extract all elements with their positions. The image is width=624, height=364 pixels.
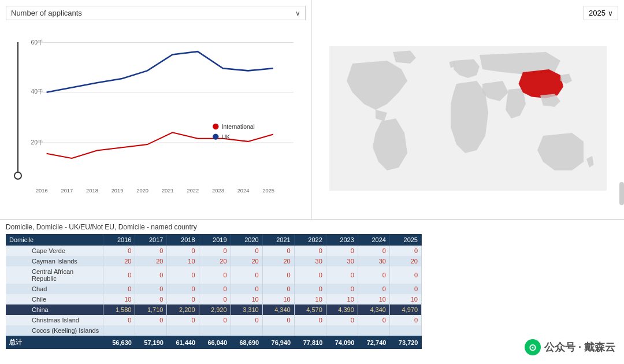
cell-value-1: 0 <box>135 246 167 256</box>
footer-2021: 76,940 <box>262 336 294 349</box>
year-chevron-icon: ∨ <box>608 9 613 17</box>
international-line <box>47 132 273 158</box>
cell-value-4: 0 <box>231 315 262 325</box>
cell-value-8: 30 <box>358 256 389 266</box>
cell-value-7: 4,390 <box>326 304 358 315</box>
col-header-2018: 2018 <box>167 234 199 246</box>
footer-2018: 61,440 <box>167 336 199 349</box>
cell-value-7: 0 <box>326 266 358 284</box>
cell-value-6: 0 <box>294 284 326 294</box>
cell-value-7: 10 <box>326 294 358 304</box>
footer-2016: 56,630 <box>103 336 135 349</box>
cell-value-3: 0 <box>199 246 231 256</box>
cell-value-9: 20 <box>389 256 421 266</box>
col-header-2024: 2024 <box>358 234 389 246</box>
svg-point-16 <box>213 124 218 129</box>
svg-text:2024: 2024 <box>237 188 250 194</box>
cell-value-3: 20 <box>199 256 231 266</box>
cell-value-6: 30 <box>294 256 326 266</box>
cell-value-3 <box>199 325 231 336</box>
col-header-2020: 2020 <box>231 234 262 246</box>
cell-value-8: 10 <box>358 294 389 304</box>
cell-value-2: 0 <box>167 294 199 304</box>
cell-value-2: 0 <box>167 315 199 325</box>
cell-value-8: 0 <box>358 246 389 256</box>
cell-value-2: 0 <box>167 266 199 284</box>
cell-value-3: 0 <box>199 266 231 284</box>
cell-value-9 <box>389 325 421 336</box>
svg-text:2019: 2019 <box>112 188 124 194</box>
cell-value-5: 0 <box>262 246 294 256</box>
cell-domicile: Cayman Islands <box>6 256 103 266</box>
table-subtitle: Domicile, Domicile - UK/EU/Not EU, Domic… <box>6 223 618 231</box>
cell-domicile: Christmas Island <box>6 315 103 325</box>
cell-value-8: 4,340 <box>358 304 389 315</box>
chart-dropdown[interactable]: Number of applicants ∨ <box>6 6 306 20</box>
cell-value-2: 10 <box>167 256 199 266</box>
cell-domicile: Chad <box>6 284 103 294</box>
table-row: Christmas Island0000000000 <box>6 315 422 325</box>
cell-value-1: 0 <box>135 284 167 294</box>
year-selector[interactable]: 2025 ∨ <box>584 6 618 20</box>
svg-text:International: International <box>222 124 255 130</box>
scrollbar[interactable] <box>619 182 624 205</box>
cell-domicile: Chile <box>6 294 103 304</box>
cell-domicile: Cocos (Keeling) Islands <box>6 325 103 336</box>
col-header-2022: 2022 <box>294 234 326 246</box>
footer-2022: 77,810 <box>294 336 326 349</box>
svg-text:UK: UK <box>222 134 230 140</box>
col-header-2016: 2016 <box>103 234 135 246</box>
cell-value-5: 4,340 <box>262 304 294 315</box>
cell-value-9: 0 <box>389 315 421 325</box>
svg-text:2023: 2023 <box>212 188 224 194</box>
footer-2025: 73,720 <box>389 336 421 349</box>
y-axis-circle <box>14 172 22 180</box>
map-panel: 2025 ∨ <box>312 0 624 219</box>
footer-2019: 66,040 <box>199 336 231 349</box>
cell-value-6: 4,570 <box>294 304 326 315</box>
table-row: Cocos (Keeling) Islands <box>6 325 422 336</box>
line-chart: 60千 40千 20千 2016 2017 2018 2019 <box>6 25 306 198</box>
chart-svg: 60千 40千 20千 2016 2017 2018 2019 <box>6 25 306 198</box>
col-header-2019: 2019 <box>199 234 231 246</box>
cell-value-1: 0 <box>135 315 167 325</box>
cell-value-8: 0 <box>358 266 389 284</box>
svg-text:40千: 40千 <box>31 88 44 95</box>
footer-label: 总计 <box>6 336 103 349</box>
footer-2017: 57,190 <box>135 336 167 349</box>
chevron-down-icon: ∨ <box>295 9 300 17</box>
footer-2023: 74,090 <box>326 336 358 349</box>
col-header-2025: 2025 <box>389 234 421 246</box>
cell-value-6: 0 <box>294 266 326 284</box>
cell-value-6: 0 <box>294 315 326 325</box>
col-header-2017: 2017 <box>135 234 167 246</box>
cell-value-2: 2,200 <box>167 304 199 315</box>
cell-value-4: 3,310 <box>231 304 262 315</box>
cell-value-8: 0 <box>358 315 389 325</box>
cell-value-6: 0 <box>294 246 326 256</box>
cell-value-8: 0 <box>358 284 389 294</box>
cell-value-9: 4,970 <box>389 304 421 315</box>
year-value: 2025 <box>589 9 606 17</box>
cell-value-5: 10 <box>262 294 294 304</box>
cell-domicile: Cape Verde <box>6 246 103 256</box>
cell-value-0: 10 <box>103 294 135 304</box>
cell-value-7: 0 <box>326 246 358 256</box>
cell-value-1: 0 <box>135 266 167 284</box>
table-row: Chile10000101010101010 <box>6 294 422 304</box>
cell-value-6: 10 <box>294 294 326 304</box>
cell-value-0 <box>103 325 135 336</box>
cell-value-4: 10 <box>231 294 262 304</box>
cell-value-1: 20 <box>135 256 167 266</box>
svg-text:2016: 2016 <box>36 188 48 194</box>
cell-value-4: 20 <box>231 256 262 266</box>
cell-value-5: 20 <box>262 256 294 266</box>
cell-value-9: 10 <box>389 294 421 304</box>
cell-value-4 <box>231 325 262 336</box>
cell-value-4: 0 <box>231 246 262 256</box>
watermark: ⊙ 公众号 · 戴森云 <box>525 339 615 355</box>
data-table: Domicile 2016 2017 2018 2019 2020 2021 2… <box>6 234 422 349</box>
svg-text:2025: 2025 <box>262 188 274 194</box>
cell-value-0: 0 <box>103 315 135 325</box>
cell-value-4: 0 <box>231 284 262 294</box>
